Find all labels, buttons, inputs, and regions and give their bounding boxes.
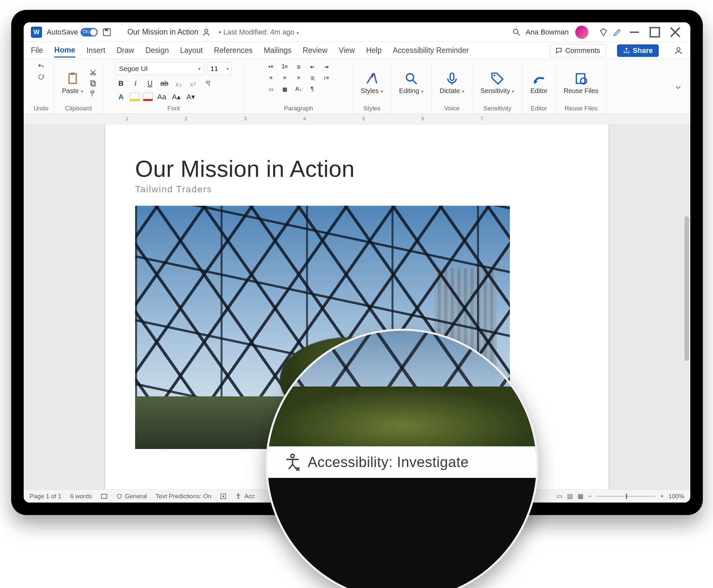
group-voice: Dictate Voice	[432, 61, 473, 113]
copy-icon[interactable]	[88, 79, 98, 87]
document-title[interactable]: Our Mission in Action	[127, 28, 198, 37]
autosave-toggle[interactable]: AutoSave On	[47, 28, 98, 37]
sensitivity-button[interactable]: Sensitivity	[478, 71, 517, 95]
diamond-icon[interactable]	[599, 28, 608, 37]
view-focus-icon[interactable]: ▭	[557, 492, 563, 500]
line-spacing-icon[interactable]: ↕≡	[321, 74, 331, 82]
font-color-button[interactable]	[143, 93, 153, 101]
share-button[interactable]: Share	[617, 44, 659, 57]
tab-design[interactable]: Design	[145, 44, 169, 57]
numbering-icon[interactable]: 1≡	[279, 62, 290, 71]
shrink-font-button[interactable]: A▾	[185, 92, 196, 102]
status-predictions[interactable]: Text Predictions: On	[155, 493, 211, 500]
tab-draw[interactable]: Draw	[117, 44, 134, 57]
zoom-slider[interactable]	[596, 496, 655, 497]
align-left-icon[interactable]: ≡	[266, 74, 276, 82]
paste-button[interactable]: Paste	[59, 71, 85, 95]
view-web-icon[interactable]: ▦	[578, 492, 584, 500]
doc-heading[interactable]: Our Mission in Action	[135, 156, 579, 182]
borders-icon[interactable]: ▦	[279, 85, 290, 93]
comments-button[interactable]: Comments	[550, 44, 606, 57]
tag-icon	[490, 71, 505, 86]
cut-icon[interactable]	[88, 69, 98, 77]
tab-file[interactable]: File	[31, 44, 43, 57]
status-focus[interactable]: General	[117, 493, 147, 500]
format-painter-icon[interactable]	[88, 90, 98, 98]
text-effects-icon[interactable]: A	[116, 92, 127, 102]
change-case-button[interactable]: Aa	[156, 92, 167, 102]
superscript-button[interactable]: x²	[188, 80, 199, 89]
undo-icon[interactable]	[37, 62, 46, 70]
toggle-switch-icon[interactable]: On	[81, 28, 98, 37]
close-button[interactable]	[667, 24, 683, 40]
last-modified[interactable]: • Last Modified: 4m ago	[218, 28, 298, 37]
sort-icon[interactable]: A↓	[293, 85, 304, 93]
show-marks-icon[interactable]: ¶	[307, 85, 317, 93]
font-name-select[interactable]: Segoe UI	[116, 62, 204, 75]
font-size-select[interactable]: 11	[207, 62, 232, 75]
svg-rect-1	[105, 28, 108, 31]
dec-indent-icon[interactable]: ⇤	[307, 62, 317, 71]
share-people-icon[interactable]	[203, 28, 212, 37]
tab-help[interactable]: Help	[366, 44, 382, 57]
save-icon[interactable]	[102, 28, 111, 37]
svg-point-26	[291, 454, 294, 458]
styles-button[interactable]: Styles	[358, 71, 385, 95]
tab-layout[interactable]: Layout	[180, 44, 203, 57]
inc-indent-icon[interactable]: ⇥	[321, 62, 331, 71]
strike-button[interactable]: ab	[159, 79, 170, 88]
zoom-out-button[interactable]: −	[588, 493, 592, 500]
maximize-button[interactable]	[647, 24, 663, 40]
align-center-icon[interactable]: ≡	[279, 74, 290, 82]
tab-references[interactable]: References	[214, 44, 253, 57]
svg-rect-10	[69, 74, 76, 83]
minimize-button[interactable]	[627, 24, 642, 40]
zoom-value[interactable]: 100%	[668, 493, 685, 500]
tab-insert[interactable]: Insert	[86, 44, 106, 57]
user-name[interactable]: Ana Bowman	[526, 28, 569, 37]
avatar[interactable]	[575, 26, 588, 39]
reuse-files-button[interactable]: Reuse Files	[561, 71, 601, 95]
vertical-scrollbar[interactable]	[683, 124, 689, 489]
view-print-icon[interactable]: ▤	[567, 492, 573, 500]
bullets-icon[interactable]: •≡	[266, 62, 276, 71]
status-page[interactable]: Page 1 of 1	[29, 493, 61, 500]
redo-icon[interactable]	[37, 73, 46, 81]
search-icon[interactable]	[512, 28, 521, 37]
tab-view[interactable]: View	[339, 44, 355, 57]
align-right-icon[interactable]: ≡	[293, 74, 304, 82]
pen-sparkle-icon[interactable]	[613, 28, 622, 37]
svg-rect-15	[92, 82, 95, 86]
doc-subtitle[interactable]: Tailwind Traders	[135, 184, 579, 194]
editor-button[interactable]: Editor	[528, 71, 550, 95]
svg-rect-18	[450, 73, 454, 81]
multilevel-icon[interactable]: ≣	[293, 62, 304, 71]
zoom-in-button[interactable]: +	[660, 493, 664, 500]
underline-button[interactable]: U	[144, 79, 155, 88]
status-macro-icon[interactable]	[220, 493, 227, 500]
group-paragraph: •≡ 1≡ ≣ ⇤ ⇥ ≡ ≡ ≡ ≣ ↕≡ ▭ ▦ A↓ ¶	[245, 61, 353, 113]
subscript-button[interactable]: x₂	[173, 80, 184, 89]
ruler[interactable]: 1 2 3 4 5 6 7	[24, 114, 690, 124]
tab-accessibility-reminder[interactable]: Accessibility Reminder	[393, 44, 469, 57]
clear-format-icon[interactable]	[202, 79, 213, 88]
status-words[interactable]: 6 words	[70, 493, 92, 500]
status-accessibility[interactable]: Acc	[235, 493, 255, 500]
scroll-thumb[interactable]	[685, 216, 689, 361]
status-spellcheck-icon[interactable]	[101, 493, 108, 500]
font-name-value: Segoe UI	[119, 65, 148, 72]
tab-review[interactable]: Review	[303, 44, 328, 57]
editing-button[interactable]: Editing	[396, 71, 426, 95]
collapse-ribbon-icon[interactable]	[674, 83, 686, 92]
tab-mailings[interactable]: Mailings	[264, 44, 291, 57]
grow-font-button[interactable]: A▴	[171, 92, 182, 102]
account-manager-icon[interactable]	[674, 46, 683, 55]
italic-button[interactable]: I	[130, 79, 141, 88]
shading-icon[interactable]: ▭	[266, 85, 276, 93]
share-label: Share	[633, 46, 653, 55]
highlight-color-button[interactable]	[130, 93, 140, 101]
justify-icon[interactable]: ≣	[307, 74, 317, 82]
dictate-button[interactable]: Dictate	[437, 71, 467, 95]
tab-home[interactable]: Home	[54, 44, 75, 58]
bold-button[interactable]: B	[116, 79, 127, 88]
